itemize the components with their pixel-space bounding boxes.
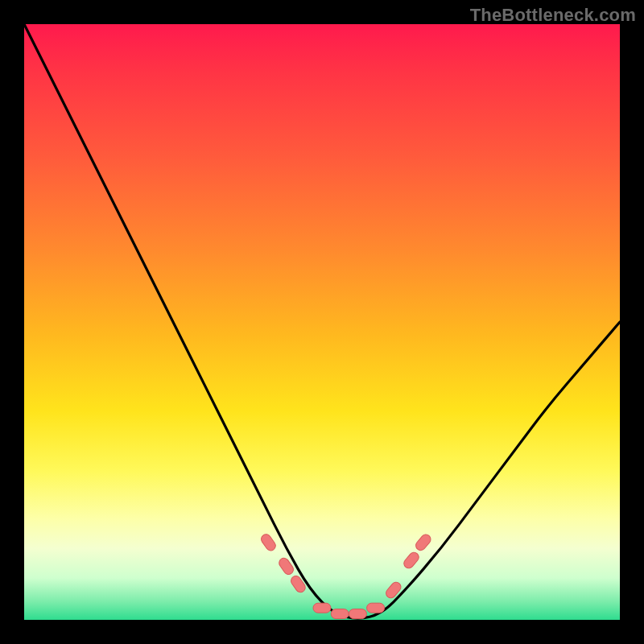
curve-marker [367,603,385,613]
watermark-text: TheBottleneck.com [470,5,636,26]
curve-marker [331,609,349,619]
curve-marker [349,609,366,619]
curve-marker [402,551,420,571]
curve-marker [414,533,432,553]
plot-area [24,24,620,620]
curve-marker [259,532,277,552]
curve-marker [313,603,331,613]
bottleneck-curve-svg [24,24,620,620]
chart-frame: TheBottleneck.com [0,0,644,644]
curve-marker [289,574,307,594]
bottleneck-curve [24,24,620,618]
